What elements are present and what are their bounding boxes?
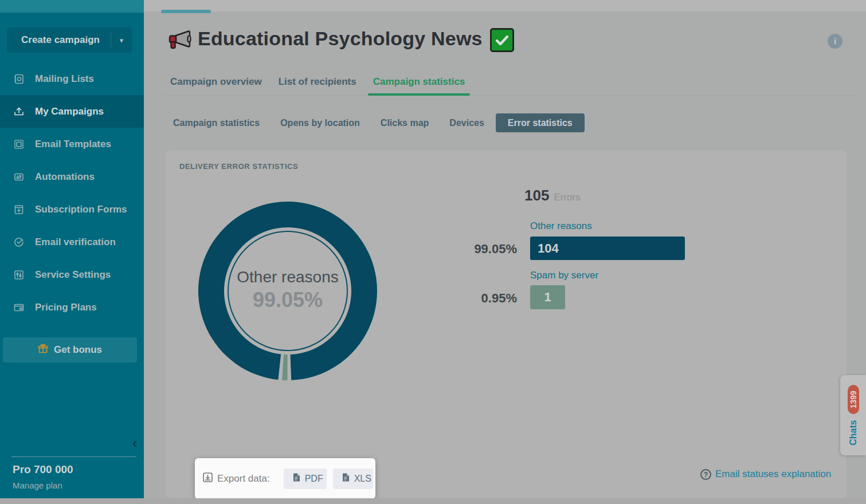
sidebar-item-label: Subscription Forms: [35, 204, 127, 215]
export-pdf-button[interactable]: PDF: [284, 468, 327, 489]
top-strip: [144, 0, 866, 11]
sidebar-item-email-verification[interactable]: Email verification: [0, 226, 144, 258]
plan-name: Pro 700 000: [13, 463, 73, 476]
error-row-percent: 99.05%: [453, 242, 517, 257]
email-statuses-explanation-link[interactable]: ? Email statuses explanation: [700, 468, 831, 480]
email-templates-icon: [13, 139, 25, 150]
page-bottom-strip: [0, 498, 866, 504]
errors-total-value: 105: [524, 187, 549, 204]
sidebar-item-label: Service Settings: [35, 269, 111, 281]
get-bonus-button[interactable]: Get bonus: [3, 337, 137, 363]
sidebar-item-mailing-lists[interactable]: Mailing Lists: [0, 62, 144, 95]
create-campaign-button[interactable]: Create campaign ▾: [7, 27, 132, 53]
subtab-devices[interactable]: Devices: [449, 118, 484, 128]
donut-slice-spam-by-server[interactable]: [282, 355, 287, 380]
subscription-forms-icon: [13, 204, 25, 215]
campaign-header: Educational Psychology News i: [144, 25, 866, 55]
megaphone-icon: [167, 29, 192, 56]
title-checkbox-icon: [490, 28, 514, 52]
sidebar-item-label: Mailing Lists: [35, 73, 94, 85]
subtab-clicks-map[interactable]: Clicks map: [381, 118, 429, 128]
sidebar-item-label: Email verification: [35, 237, 116, 248]
tab-campaign-statistics[interactable]: Campaign statistics: [373, 68, 465, 96]
get-bonus-label: Get bonus: [54, 344, 102, 356]
app-window: Create campaign ▾ Mailing Lists My Campa…: [0, 0, 866, 504]
document-icon: [292, 472, 301, 485]
chats-unread-badge: 1399: [848, 385, 859, 414]
subtab-campaign-statistics[interactable]: Campaign statistics: [173, 118, 260, 128]
export-data-panel: Export data: PDF XLS: [195, 458, 375, 499]
sidebar-item-label: My Campaigns: [35, 106, 104, 117]
chevron-down-icon[interactable]: ▾: [111, 36, 132, 45]
manage-plan-link[interactable]: Manage plan: [13, 481, 62, 490]
top-accent-bar: [161, 10, 211, 13]
service-settings-icon: [13, 269, 25, 281]
page-title: Educational Psychology News: [198, 27, 483, 50]
error-row-bar[interactable]: 1: [530, 285, 565, 309]
export-data-label: Export data:: [217, 473, 270, 485]
donut-inner-ring: [228, 231, 347, 351]
sidebar-item-label: Email Templates: [35, 139, 111, 150]
statistics-subtabs: Campaign statistics Opens by location Cl…: [173, 113, 585, 132]
gift-icon: [38, 344, 48, 357]
email-verification-icon: [13, 237, 25, 248]
error-row-bar[interactable]: 104: [530, 237, 685, 260]
sidebar-item-pricing-plans[interactable]: Pricing Plans: [0, 291, 144, 324]
my-campaigns-icon: [13, 106, 25, 117]
sidebar-item-automations[interactable]: Automations: [0, 160, 144, 193]
main-content: Educational Psychology News i Campaign o…: [144, 0, 866, 504]
error-row-label: Other reasons: [530, 220, 592, 232]
create-campaign-label: Create campaign: [7, 34, 111, 46]
sidebar-top-band: [0, 0, 144, 13]
sidebar-item-my-campaigns[interactable]: My Campaigns: [0, 95, 144, 128]
question-circle-icon: ?: [700, 469, 711, 480]
error-row-percent: 0.95%: [453, 291, 517, 306]
chats-label: Chats: [848, 420, 859, 445]
document-icon: [341, 472, 350, 485]
errors-total-label: Errors: [554, 192, 580, 203]
subtab-error-statistics[interactable]: Error statistics: [496, 113, 585, 132]
sidebar-item-label: Automations: [35, 171, 95, 183]
export-xls-label: XLS: [354, 474, 371, 484]
panel-title: DELIVERY ERROR STATISTICS: [179, 162, 298, 171]
sidebar-divider: [11, 456, 136, 457]
tab-campaign-overview[interactable]: Campaign overview: [170, 68, 262, 96]
mailing-lists-icon: [13, 73, 25, 85]
info-icon[interactable]: i: [828, 34, 843, 49]
export-pdf-label: PDF: [305, 474, 323, 484]
sidebar-item-service-settings[interactable]: Service Settings: [0, 258, 144, 291]
collapse-sidebar-icon[interactable]: ‹: [127, 435, 142, 451]
sidebar-item-subscription-forms[interactable]: Subscription Forms: [0, 193, 144, 226]
export-xls-button[interactable]: XLS: [333, 468, 373, 489]
chats-side-tab[interactable]: Chats 1399: [840, 375, 866, 455]
main-tabs: Campaign overview List of recipients Cam…: [170, 68, 465, 96]
delivery-error-statistics-card: DELIVERY ERROR STATISTICS Other reasons …: [165, 150, 847, 498]
tab-list-of-recipients[interactable]: List of recipients: [279, 68, 356, 96]
automations-icon: [13, 171, 25, 183]
pricing-plans-icon: [13, 302, 25, 313]
errors-total: 105 Errors: [524, 187, 581, 204]
sidebar-item-email-templates[interactable]: Email Templates: [0, 128, 144, 160]
donut-slice-other-reasons[interactable]: [198, 202, 377, 380]
sidebar-nav: Mailing Lists My Campaigns Email Templat…: [0, 62, 144, 324]
error-row-label: Spam by server: [530, 270, 598, 281]
donut-chart: Other reasons 99.05%: [193, 196, 382, 385]
sidebar-item-label: Pricing Plans: [35, 302, 97, 313]
subtab-opens-by-location[interactable]: Opens by location: [280, 118, 360, 128]
chats-rotated-content: Chats 1399: [840, 375, 866, 455]
sidebar: Create campaign ▾ Mailing Lists My Campa…: [0, 0, 144, 504]
download-icon: [202, 472, 213, 485]
email-statuses-explanation-label: Email statuses explanation: [715, 468, 831, 480]
